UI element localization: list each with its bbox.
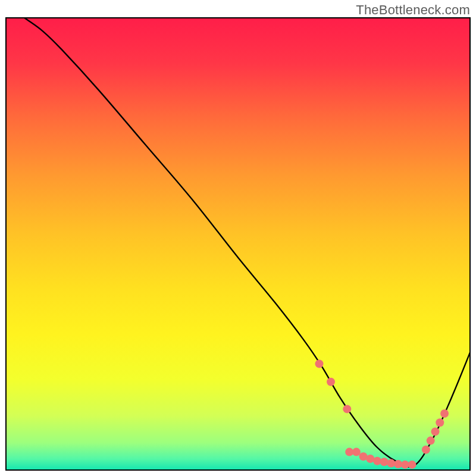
highlight-dot: [315, 359, 324, 368]
chart-stage: TheBottleneck.com: [0, 0, 476, 476]
highlight-dot: [352, 448, 361, 456]
highlight-dot: [440, 409, 449, 418]
bottleneck-plot: [0, 0, 476, 476]
watermark-text: TheBottleneck.com: [356, 2, 470, 18]
highlight-dot: [422, 446, 430, 454]
highlight-dot: [436, 418, 444, 427]
highlight-dot: [408, 461, 416, 469]
highlight-dot: [343, 405, 351, 413]
gradient-background: [6, 18, 470, 470]
highlight-dot: [380, 458, 389, 466]
highlight-dot: [427, 437, 435, 445]
highlight-dot: [327, 378, 335, 386]
highlight-dot: [431, 427, 440, 436]
